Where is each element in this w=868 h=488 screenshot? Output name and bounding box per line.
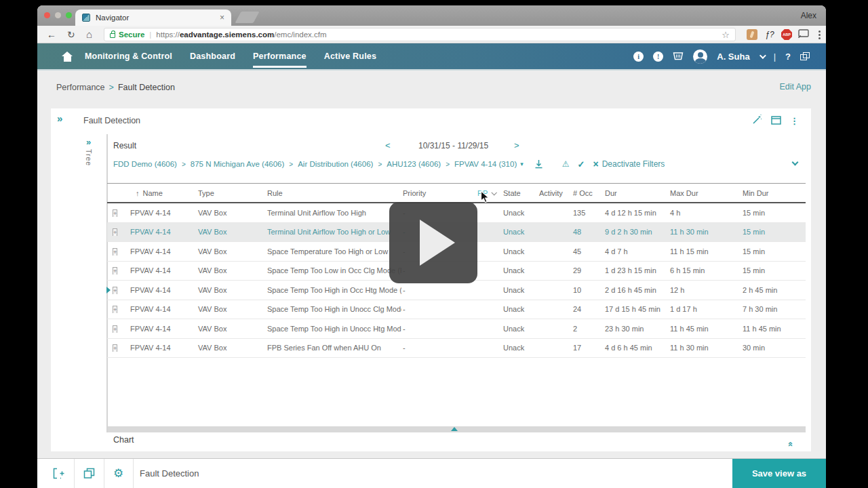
- nav-home-icon[interactable]: [62, 52, 73, 62]
- close-window-button[interactable]: [44, 12, 50, 18]
- cell-priority: -: [401, 305, 475, 313]
- cell-max-dur: 11 h 30 min: [669, 344, 741, 352]
- cell-max-dur: 11 h 45 min: [669, 325, 741, 333]
- toolbar-divider: [133, 459, 134, 488]
- table-row[interactable]: +FPVAV 4-14VAV BoxSpace Temp Too High in…: [107, 319, 806, 339]
- table-row[interactable]: +FPVAV 4-14VAV BoxFPB Series Fan Off whe…: [107, 339, 806, 359]
- cell-min-dur: 15 min: [741, 266, 806, 274]
- header-cell-priority[interactable]: Priority: [401, 189, 475, 197]
- save-view-button[interactable]: Save view as: [732, 459, 826, 488]
- cell-name: FPVAV 4-14: [129, 247, 197, 256]
- rp-chevron-icon[interactable]: [492, 190, 497, 195]
- overflow-menu-icon[interactable]: ⋮: [790, 117, 799, 126]
- nav-item-dashboard[interactable]: Dashboard: [190, 43, 235, 69]
- info-icon[interactable]: i: [633, 52, 644, 62]
- user-chevron-down-icon[interactable]: [760, 52, 766, 59]
- table-row[interactable]: +FPVAV 4-14VAV BoxSpace Temp Too High in…: [107, 281, 806, 300]
- date-range[interactable]: 10/31/15 - 11/29/15: [418, 141, 488, 150]
- chrome-menu-icon[interactable]: [817, 29, 821, 40]
- cell-dur: 4 d 7 h: [604, 247, 669, 256]
- avatar[interactable]: [693, 49, 707, 64]
- date-prev-button[interactable]: <: [385, 140, 391, 150]
- video-play-overlay[interactable]: [389, 202, 477, 283]
- check-icon[interactable]: ✓: [578, 159, 585, 169]
- table-row[interactable]: +FPVAV 4-14VAV BoxSpace Temp Too High in…: [107, 300, 806, 320]
- adblock-extension-icon[interactable]: ABP: [781, 29, 792, 40]
- clear-filter-icon[interactable]: ×: [593, 159, 598, 169]
- cast-icon[interactable]: [798, 29, 809, 40]
- asset-path-link[interactable]: AHU123 (4606): [387, 160, 441, 168]
- tab-close-icon[interactable]: ×: [220, 13, 224, 22]
- nav-item-performance[interactable]: Performance: [253, 43, 307, 69]
- cell-dur: 4 d 6 h 45 min: [604, 344, 669, 352]
- date-next-button[interactable]: >: [514, 140, 519, 150]
- asset-path-link[interactable]: Air Distribution (4606): [298, 160, 373, 168]
- nav-item-monitoring-control[interactable]: Monitoring & Control: [85, 43, 172, 69]
- basket-icon[interactable]: [673, 50, 684, 63]
- settings-gear-icon[interactable]: ⚙: [113, 468, 123, 479]
- windows-icon[interactable]: [800, 52, 810, 60]
- download-icon[interactable]: [534, 159, 543, 169]
- expander-icon[interactable]: +: [113, 306, 117, 313]
- cell-expander: +: [107, 228, 129, 236]
- bottom-toolbar: ⚙ Fault Detection Save view as: [37, 458, 826, 488]
- header-cell-state[interactable]: State: [502, 189, 538, 197]
- new-tab-button[interactable]: [235, 12, 259, 23]
- path-caret-icon[interactable]: ▾: [520, 161, 524, 167]
- panel-collapse-icon[interactable]: »: [57, 113, 62, 124]
- section-chevron-icon[interactable]: [792, 159, 799, 166]
- expander-icon[interactable]: +: [113, 228, 117, 236]
- wand-icon[interactable]: [752, 115, 762, 127]
- tree-collapse-icon[interactable]: »: [86, 137, 91, 147]
- nav-item-active-rules[interactable]: Active Rules: [324, 43, 376, 69]
- profile-name[interactable]: Alex: [801, 11, 816, 20]
- cell-rule: FPB Series Fan Off when AHU On: [266, 344, 401, 352]
- add-view-button[interactable]: [53, 468, 64, 482]
- header-cell-name[interactable]: ↑ Name: [129, 189, 197, 197]
- warning-icon[interactable]: ⚠: [562, 159, 570, 169]
- pointer-extension-icon[interactable]: [747, 29, 757, 40]
- asset-path-link[interactable]: 875 N Michigan Ave (4606): [191, 160, 285, 168]
- alert-icon[interactable]: !: [653, 52, 663, 62]
- breadcrumb-section[interactable]: Performance: [56, 83, 105, 92]
- browser-tab[interactable]: Navigator ×: [75, 9, 231, 26]
- zoom-window-button[interactable]: [66, 12, 72, 18]
- expander-icon[interactable]: +: [113, 287, 117, 294]
- expander-icon[interactable]: +: [113, 248, 117, 256]
- refresh-icon[interactable]: ↻: [67, 26, 75, 43]
- expander-icon[interactable]: +: [113, 267, 117, 274]
- expander-icon[interactable]: +: [113, 344, 117, 352]
- cell-state: Unack: [502, 344, 538, 352]
- expander-icon[interactable]: +: [113, 209, 117, 217]
- header-cell--occ[interactable]: # Occ: [572, 189, 604, 197]
- duplicate-view-button[interactable]: [83, 468, 95, 482]
- header-cell-activity[interactable]: Activity: [538, 189, 572, 197]
- help-button[interactable]: ?: [785, 52, 791, 62]
- asset-path-link[interactable]: FDD Demo (4606): [113, 160, 177, 168]
- tree-tab-label[interactable]: Tree: [85, 149, 93, 166]
- chart-collapse-icon[interactable]: »: [785, 442, 795, 447]
- header-cell-min-dur[interactable]: Min Dur: [741, 189, 806, 197]
- bookmark-star-icon[interactable]: ☆: [722, 30, 730, 40]
- cell-max-dur: 12 h: [669, 286, 741, 294]
- user-name[interactable]: A. Suha: [717, 52, 749, 62]
- minimize-window-button[interactable]: [55, 12, 61, 18]
- header-cell-max-dur[interactable]: Max Dur: [669, 189, 741, 197]
- header-cell-rule[interactable]: Rule: [266, 189, 401, 197]
- address-bar[interactable]: Secure | https://eadvantage.siemens.com/…: [104, 28, 736, 41]
- deactivate-filters-label[interactable]: Deactivate Filters: [602, 159, 665, 169]
- breadcrumb-row: Performance>Fault Detection Edit App: [37, 70, 826, 104]
- panel-icon-group: ⋮: [752, 115, 799, 127]
- expander-icon[interactable]: +: [113, 325, 117, 333]
- scroll-up-arrow-icon[interactable]: [451, 427, 458, 431]
- edit-app-link[interactable]: Edit App: [779, 82, 811, 92]
- home-icon[interactable]: ⌂: [86, 26, 92, 43]
- fn-extension-icon[interactable]: ƒ?: [764, 29, 775, 40]
- header-cell-type[interactable]: Type: [197, 189, 266, 197]
- cell-expander: +: [107, 305, 129, 313]
- expand-window-icon[interactable]: [771, 115, 781, 127]
- back-icon[interactable]: ←: [47, 26, 56, 43]
- asset-path-link[interactable]: FPVAV 4-14 (310): [454, 160, 517, 168]
- toolbar-divider: [104, 459, 104, 488]
- header-cell-dur[interactable]: Dur: [604, 189, 669, 197]
